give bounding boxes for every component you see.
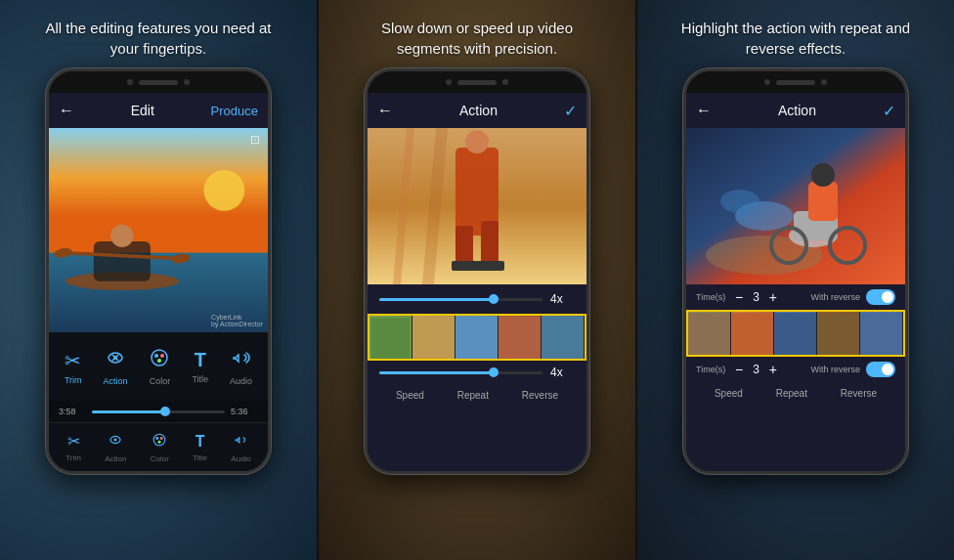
- panel1-caption: All the editing features you need at you…: [0, 0, 317, 68]
- time-plus-2[interactable]: +: [765, 362, 781, 377]
- film-frame-3-4: [817, 312, 860, 355]
- speed-value-2: 4x: [550, 366, 575, 379]
- svg-point-17: [160, 437, 163, 440]
- panel-speed: Slow down or speed up video segments wit…: [319, 0, 635, 560]
- speaker-3: [776, 80, 815, 85]
- color-icon: [149, 347, 170, 373]
- bottom-action-icon: [108, 432, 123, 452]
- film-frame-3-1: [688, 312, 731, 355]
- edit-toolbar: ✂ Trim Action Color T Titl: [49, 332, 268, 401]
- bottom-title[interactable]: T Title: [193, 433, 207, 462]
- speed-slider-row-2: 4x: [368, 361, 586, 384]
- svg-rect-29: [371, 319, 410, 360]
- bottom-action[interactable]: Action: [105, 432, 126, 463]
- trim-icon: ✂: [65, 349, 81, 372]
- time-plus-1[interactable]: +: [765, 289, 781, 305]
- moto-svg: [686, 128, 905, 284]
- svg-point-2: [203, 170, 244, 211]
- toggle-knob-2: [882, 364, 893, 375]
- svg-rect-32: [499, 317, 541, 359]
- svg-point-23: [465, 130, 489, 153]
- tool-title[interactable]: T Title: [192, 349, 208, 384]
- phone-3: ← Action ✓: [683, 68, 908, 474]
- check-button-3[interactable]: ✓: [883, 102, 895, 120]
- action-icon: [105, 347, 126, 373]
- svg-rect-26: [452, 261, 479, 271]
- tool-audio[interactable]: Audio: [230, 347, 252, 386]
- bottom-audio-label: Audio: [231, 454, 250, 463]
- label-repeat-2: Repeat: [457, 390, 489, 401]
- phone-1: ← Edit Produce: [46, 68, 271, 474]
- bottom-audio-icon: [234, 432, 249, 452]
- time-minus-1[interactable]: −: [731, 289, 747, 305]
- speed-value-1: 4x: [550, 292, 575, 306]
- action-label: Action: [104, 376, 128, 386]
- tool-action[interactable]: Action: [104, 347, 128, 386]
- svg-rect-27: [477, 261, 504, 271]
- film-frame-3: [455, 316, 499, 359]
- svg-point-43: [720, 190, 759, 213]
- back-arrow-3[interactable]: ←: [696, 102, 712, 119]
- bottom-title-label: Title: [193, 453, 207, 462]
- bottom-color-icon: [152, 432, 167, 452]
- svg-rect-38: [808, 182, 838, 221]
- speed-thumb-1: [489, 294, 499, 304]
- panel2-caption: Slow down or speed up video segments wit…: [319, 0, 635, 68]
- action-screen-3: Time(s) − 3 + With reverse: [686, 128, 905, 471]
- back-arrow-2[interactable]: ←: [377, 102, 393, 119]
- film-strip-3: [686, 310, 905, 357]
- check-button-2[interactable]: ✓: [564, 102, 577, 120]
- timeline-progress: [92, 410, 165, 413]
- svg-point-9: [113, 356, 117, 360]
- bottom-title-icon: T: [195, 433, 205, 451]
- phone-2: ← Action ✓: [365, 68, 589, 474]
- svg-rect-45: [731, 313, 773, 355]
- speed-track-2[interactable]: [379, 371, 542, 374]
- speed-thumb-2: [489, 367, 499, 377]
- phone-top-3: [686, 71, 905, 93]
- time-controls-1: Time(s) − 3 + With reverse: [686, 284, 905, 310]
- toggle-knob-1: [882, 291, 893, 303]
- svg-point-39: [811, 163, 835, 187]
- svg-rect-30: [412, 317, 455, 359]
- back-arrow-1[interactable]: ←: [59, 102, 74, 119]
- bottom-toolbar-1: ✂ Trim Action Color T Titl: [49, 422, 268, 471]
- sensor-2: [502, 79, 508, 85]
- header-title-1: Edit: [74, 103, 211, 118]
- reverse-toggle-2[interactable]: [866, 362, 895, 377]
- app-header-2: ← Action ✓: [368, 93, 586, 128]
- tool-trim[interactable]: ✂ Trim: [65, 349, 82, 385]
- bottom-trim[interactable]: ✂ Trim: [65, 432, 81, 462]
- front-camera-1: [127, 79, 133, 85]
- produce-button[interactable]: Produce: [211, 104, 258, 118]
- speed-track-1[interactable]: [379, 298, 542, 301]
- timeline-bar: 3:58 5:36: [49, 401, 268, 422]
- label-reverse-2: Reverse: [522, 390, 558, 401]
- timeline-track[interactable]: [92, 410, 225, 413]
- action-labels-3: Speed Repeat Reverse: [686, 382, 905, 405]
- skater-svg: [368, 128, 586, 284]
- phone-top-1: [49, 71, 268, 93]
- panel3-caption: Highlight the action with repeat and rev…: [637, 0, 954, 68]
- reverse-label-1: With reverse: [810, 292, 860, 302]
- time-minus-2[interactable]: −: [731, 362, 747, 377]
- divider-1: [317, 0, 319, 560]
- edit-screen: ⊡ CyberLink by ActionDirector ✂ Trim Act…: [49, 128, 268, 471]
- crop-icon[interactable]: ⊡: [250, 133, 260, 147]
- svg-point-11: [154, 354, 158, 358]
- svg-rect-24: [455, 226, 473, 265]
- header-title-2: Action: [393, 103, 564, 118]
- bottom-trim-label: Trim: [65, 453, 81, 462]
- svg-rect-48: [860, 313, 902, 355]
- audio-icon: [231, 347, 252, 373]
- kayak-svg: [49, 128, 268, 332]
- header-title-3: Action: [712, 103, 883, 118]
- tool-color[interactable]: Color: [149, 347, 170, 386]
- bottom-audio[interactable]: Audio: [231, 432, 250, 463]
- reverse-toggle-1[interactable]: [866, 289, 895, 305]
- speed-video-area: [368, 128, 586, 284]
- speaker-1: [139, 80, 178, 85]
- bottom-color[interactable]: Color: [151, 432, 169, 463]
- svg-point-13: [157, 359, 161, 363]
- film-strip-2: [368, 314, 586, 361]
